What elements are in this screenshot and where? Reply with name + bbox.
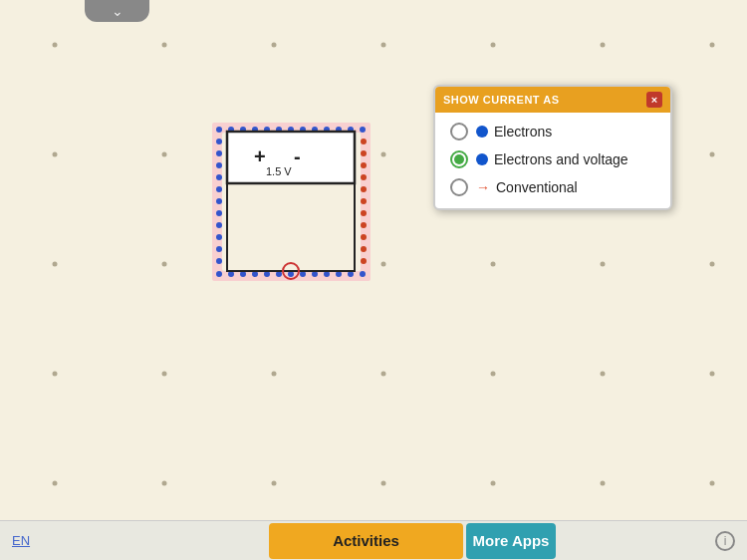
svg-point-27 <box>360 271 366 277</box>
svg-point-45 <box>361 210 367 216</box>
more-apps-label: More Apps <box>473 532 550 549</box>
electrons-voltage-dot <box>476 153 488 165</box>
svg-point-14 <box>360 127 366 133</box>
svg-point-15 <box>216 271 222 277</box>
svg-point-30 <box>216 162 222 168</box>
svg-point-36 <box>216 234 222 240</box>
svg-point-47 <box>361 234 367 240</box>
svg-point-48 <box>361 246 367 252</box>
show-current-dialog: SHOW CURRENT AS × Electrons Electrons an… <box>433 85 672 210</box>
svg-point-38 <box>216 258 222 264</box>
svg-point-43 <box>361 186 367 192</box>
svg-text:1.5 V: 1.5 V <box>266 165 292 177</box>
svg-point-31 <box>216 174 222 180</box>
info-icon: i <box>724 534 727 548</box>
radio-electrons-voltage[interactable] <box>450 150 468 168</box>
svg-text:+: + <box>254 145 266 167</box>
radio-conventional[interactable] <box>450 178 468 196</box>
svg-point-2 <box>216 127 222 133</box>
radio-electrons[interactable] <box>450 123 468 140</box>
svg-point-37 <box>216 246 222 252</box>
radio-electrons-voltage-inner <box>454 154 464 164</box>
activities-button[interactable]: Activities <box>269 523 463 559</box>
svg-point-41 <box>361 162 367 168</box>
option-conventional[interactable]: → Conventional <box>450 178 655 196</box>
svg-point-42 <box>361 174 367 180</box>
more-apps-button[interactable]: More Apps <box>466 523 556 559</box>
svg-point-39 <box>361 139 367 144</box>
svg-point-33 <box>216 198 222 204</box>
electrons-label: Electrons <box>494 124 552 140</box>
svg-point-46 <box>361 222 367 228</box>
dialog-close-button[interactable]: × <box>646 92 662 108</box>
svg-point-40 <box>361 150 367 156</box>
dialog-body: Electrons Electrons and voltage → Conven… <box>435 113 670 208</box>
circuit-svg: + - 1.5 V <box>209 120 374 284</box>
circuit-diagram: + - 1.5 V <box>209 120 374 284</box>
conventional-label: Conventional <box>496 179 578 195</box>
activities-label: Activities <box>333 532 399 549</box>
svg-point-34 <box>216 210 222 216</box>
info-button[interactable]: i <box>715 531 735 551</box>
option-electrons[interactable]: Electrons <box>450 123 655 140</box>
top-chevron-button[interactable]: ⌄ <box>85 0 149 22</box>
dialog-title-text: SHOW CURRENT AS <box>443 94 559 106</box>
svg-text:-: - <box>294 145 301 167</box>
svg-point-49 <box>361 258 367 264</box>
svg-point-44 <box>361 198 367 204</box>
svg-point-35 <box>216 222 222 228</box>
svg-point-32 <box>216 186 222 192</box>
svg-point-28 <box>216 139 222 144</box>
dialog-title-bar: SHOW CURRENT AS × <box>435 87 670 113</box>
bottom-bar: EN Activities More Apps i <box>0 520 747 560</box>
electrons-dot <box>476 126 488 138</box>
language-button[interactable]: EN <box>12 533 30 548</box>
option-electrons-and-voltage[interactable]: Electrons and voltage <box>450 150 655 168</box>
conventional-arrow-icon: → <box>476 179 490 195</box>
electrons-voltage-label: Electrons and voltage <box>494 151 628 167</box>
chevron-down-icon: ⌄ <box>112 3 124 19</box>
svg-point-29 <box>216 150 222 156</box>
